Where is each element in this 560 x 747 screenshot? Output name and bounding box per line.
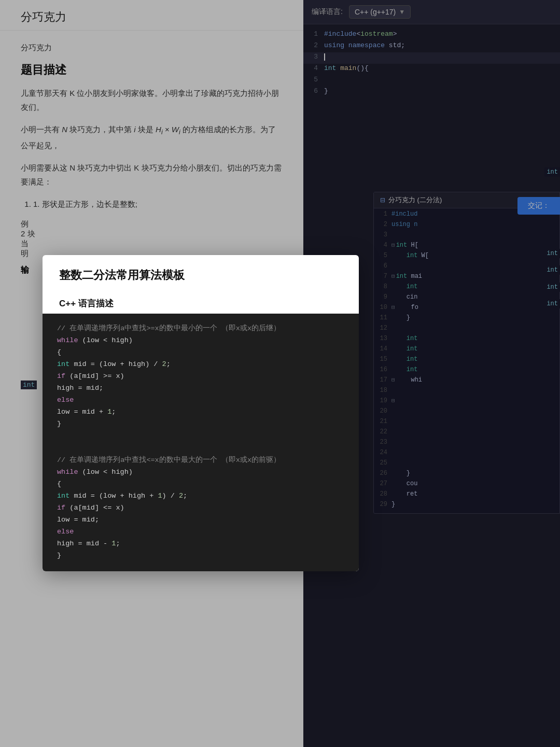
modal-code-low-1: low = mid + 1; [57,406,344,418]
modal-code-if-1: if (a[mid] >= x) [57,371,344,383]
modal-code-high-2: high = mid - 1; [57,538,344,550]
modal-code-close-2: } [57,550,344,562]
modal-code-high: high = mid; [57,383,344,394]
modal-code-section-2: // 在单调递增序列a中查找<=x的数中最大的一个 （即x或x的前驱） whil… [43,445,359,571]
modal-code-else-1: else [57,394,344,406]
modal-cpp-subtitle: C++ 语言描述 [43,291,359,314]
modal-code-while-1: while (low < high) [57,335,344,347]
modal-code-section-1: // 在单调递增序列a中查找>=x的数中最小的一个 （即x或x的后继） whil… [43,314,359,439]
modal-header: 整数二分法常用算法模板 [43,255,359,291]
modal-code-brace-1: { [57,347,344,359]
modal-code-while-2: while (low < high) [57,467,344,478]
modal-code-low-2: low = mid; [57,514,344,526]
modal-comment-1: // 在单调递增序列a中查找>=x的数中最小的一个 （即x或x的后继） [57,323,344,335]
modal-code-brace-2: { [57,478,344,490]
modal-section-divider [43,439,359,445]
modal-code-mid-1: int mid = (low + high) / 2; [57,359,344,371]
modal-code-close-1: } [57,418,344,430]
modal-code-mid-2: int mid = (low + high + 1) / 2; [57,490,344,502]
modal-code-else-2: else [57,526,344,538]
modal-title: 整数二分法常用算法模板 [59,267,342,283]
modal-comment-2: // 在单调递增序列a中查找<=x的数中最大的一个 （即x或x的前驱） [57,455,344,467]
modal: 整数二分法常用算法模板 C++ 语言描述 // 在单调递增序列a中查找>=x的数… [43,255,359,571]
modal-code-if-2: if (a[mid] <= x) [57,502,344,514]
